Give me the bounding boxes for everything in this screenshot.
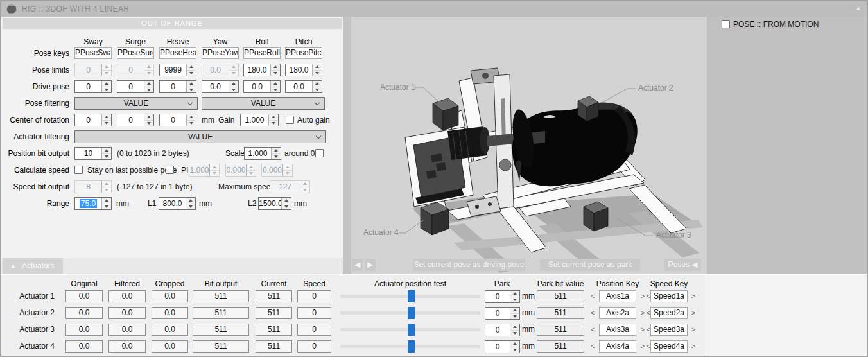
spinner-down-button[interactable] — [313, 87, 322, 93]
spinner-buttons[interactable] — [101, 81, 111, 92]
spinner-up-button[interactable] — [187, 114, 196, 121]
l2-spinner[interactable]: 1500.0 — [258, 197, 291, 210]
actuator-2-park-spinner[interactable]: 0 — [485, 307, 520, 320]
set-driving-pose-button[interactable]: Set current pose as driving pose — [413, 259, 525, 271]
slider-thumb[interactable] — [408, 290, 415, 302]
spinner-up-button[interactable] — [187, 64, 196, 71]
spinner-up-button[interactable] — [272, 148, 281, 154]
spinner-up-button[interactable] — [510, 324, 519, 331]
pose-key-sway-input[interactable]: PPoseSway — [74, 47, 112, 59]
spinner-up-button[interactable] — [313, 64, 322, 71]
range-spinner[interactable]: 75.0 — [74, 197, 112, 210]
actuator-1-position-key-input[interactable]: Axis1a — [599, 290, 636, 302]
gain-spinner[interactable]: 1.000 — [240, 114, 279, 126]
pose-filtering-dropdown-translation[interactable]: VALUE — [74, 97, 198, 110]
center-rotation-x-spinner[interactable]: 0 — [74, 114, 112, 126]
spinner-down-button[interactable] — [271, 87, 280, 93]
spinner-up-button[interactable] — [187, 81, 196, 87]
spinner-buttons[interactable] — [271, 148, 281, 159]
panel-splitter[interactable] — [343, 17, 351, 274]
park-bit-copy-button[interactable]: < — [589, 324, 596, 336]
park-bit-copy-button[interactable]: < — [589, 340, 596, 353]
spinner-up-button[interactable] — [269, 114, 278, 121]
spinner-buttons[interactable] — [510, 341, 519, 353]
actuator-4-position-key-input[interactable]: Axis4a — [599, 340, 636, 353]
pose-from-motion-checkbox[interactable] — [722, 20, 730, 28]
spinner-buttons[interactable] — [229, 81, 238, 92]
titlebar[interactable]: RIG :: 3DOF WITH 4 LINEAR ▲ — [1, 1, 867, 17]
spinner-buttons[interactable] — [510, 308, 519, 319]
poses-button[interactable]: Poses ◀ — [664, 259, 701, 271]
actuator-3-park-spinner[interactable]: 0 — [485, 324, 520, 336]
actuator-1-park-spinner[interactable]: 0 — [485, 290, 520, 303]
pose-key-roll-input[interactable]: PPoseRoll — [243, 47, 281, 59]
around-zero-checkbox[interactable] — [315, 149, 324, 157]
spinner-up-button[interactable] — [510, 341, 519, 347]
spinner-up-button[interactable] — [102, 198, 111, 204]
actuator-3-position-key-input[interactable]: Axis3a — [599, 324, 636, 336]
previous-view-button[interactable]: ◀ — [352, 259, 363, 271]
spinner-up-button[interactable] — [102, 148, 111, 154]
spinner-buttons[interactable] — [144, 81, 153, 92]
spinner-down-button[interactable] — [186, 204, 195, 210]
slider-thumb[interactable] — [408, 324, 415, 336]
center-rotation-y-spinner[interactable]: 0 — [117, 114, 154, 126]
spinner-up-button[interactable] — [271, 81, 280, 87]
slider-thumb[interactable] — [408, 340, 415, 353]
spinner-buttons[interactable] — [312, 81, 322, 92]
tab-actuators[interactable]: ▲Actuators — [3, 258, 63, 274]
actuator-4-speed-key-input[interactable]: Speed4a — [650, 340, 688, 353]
pose-limit-heave-spinner[interactable]: 9999 — [159, 64, 196, 76]
spinner-down-button[interactable] — [269, 121, 278, 126]
calculate-speed-checkbox[interactable] — [74, 166, 83, 174]
actuator-2-position-key-input[interactable]: Axis2a — [599, 307, 636, 319]
spinner-down-button[interactable] — [510, 331, 519, 336]
drive-pose-pitch-spinner[interactable]: 0.0 — [285, 80, 322, 93]
spinner-up-button[interactable] — [271, 64, 280, 71]
pose-key-heave-input[interactable]: PPoseHeave — [159, 47, 196, 59]
spinner-buttons[interactable] — [101, 114, 111, 126]
spinner-buttons[interactable] — [270, 81, 280, 92]
spinner-down-button[interactable] — [313, 71, 322, 76]
l1-spinner[interactable]: 800.0 — [159, 197, 196, 210]
spinner-down-button[interactable] — [102, 121, 111, 126]
spinner-down-button[interactable] — [510, 297, 519, 303]
drive-pose-yaw-spinner[interactable]: 0.0 — [202, 80, 239, 93]
slider-thumb[interactable] — [408, 307, 415, 319]
spinner-up-button[interactable] — [282, 198, 291, 204]
spinner-down-button[interactable] — [187, 121, 196, 126]
rig-3d-viewport[interactable]: Actuator 1 Actuator 2 Actuator 3 Actuato… — [351, 17, 707, 274]
spinner-down-button[interactable] — [187, 71, 196, 76]
spinner-down-button[interactable] — [144, 87, 153, 93]
position-bit-output-spinner[interactable]: 10 — [74, 147, 112, 160]
actuator-1-position-slider[interactable] — [339, 290, 482, 302]
spinner-buttons[interactable] — [268, 114, 278, 126]
pose-limit-pitch-spinner[interactable]: 180.0 — [285, 64, 322, 76]
pose-key-pitch-input[interactable]: PPosePitch — [285, 47, 322, 59]
spinner-buttons[interactable] — [186, 198, 195, 209]
actuator-3-speed-key-input[interactable]: Speed3a — [650, 324, 688, 336]
spinner-buttons[interactable] — [312, 64, 322, 76]
speed-key-next-button[interactable]: > — [690, 340, 697, 353]
spinner-buttons[interactable] — [186, 81, 196, 92]
scale-spinner[interactable]: 1.000 — [244, 147, 281, 160]
spinner-buttons[interactable] — [510, 291, 519, 302]
speed-key-next-button[interactable]: > — [690, 324, 697, 336]
spinner-up-button[interactable] — [313, 81, 322, 87]
spinner-buttons[interactable] — [270, 64, 280, 76]
spinner-up-button[interactable] — [186, 198, 195, 204]
spinner-down-button[interactable] — [102, 87, 111, 93]
collapse-panel-button[interactable]: ▲ — [855, 4, 862, 12]
park-bit-copy-button[interactable]: < — [589, 290, 596, 302]
pose-key-surge-input[interactable]: PPoseSurge — [117, 47, 154, 59]
spinner-buttons[interactable] — [510, 324, 519, 336]
auto-gain-checkbox[interactable] — [286, 116, 294, 124]
spinner-up-button[interactable] — [144, 81, 153, 87]
actuator-1-speed-key-input[interactable]: Speed1a — [650, 290, 688, 302]
spinner-down-button[interactable] — [510, 314, 519, 320]
spinner-buttons[interactable] — [101, 198, 111, 209]
center-rotation-z-spinner[interactable]: 0 — [159, 114, 196, 126]
spinner-up-button[interactable] — [229, 81, 238, 87]
spinner-up-button[interactable] — [102, 114, 111, 121]
speed-key-next-button[interactable]: > — [690, 307, 697, 319]
